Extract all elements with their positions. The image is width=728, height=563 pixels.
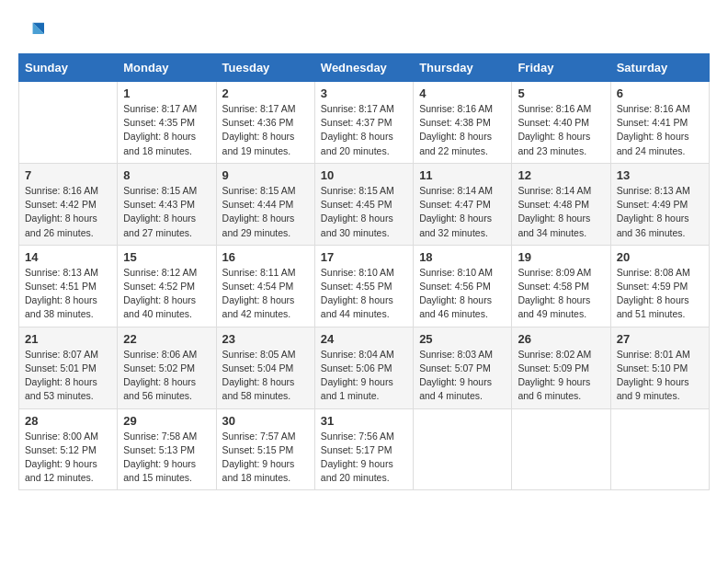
day-info: Sunrise: 8:08 AM Sunset: 4:59 PM Dayligh… [617, 266, 703, 322]
day-info: Sunrise: 8:13 AM Sunset: 4:49 PM Dayligh… [617, 184, 703, 240]
calendar-cell [414, 408, 512, 490]
day-info: Sunrise: 8:16 AM Sunset: 4:40 PM Dayligh… [518, 102, 604, 158]
calendar-cell: 20Sunrise: 8:08 AM Sunset: 4:59 PM Dayli… [610, 245, 709, 327]
day-number: 27 [617, 332, 703, 346]
week-row-4: 21Sunrise: 8:07 AM Sunset: 5:01 PM Dayli… [19, 327, 710, 408]
week-row-2: 7Sunrise: 8:16 AM Sunset: 4:42 PM Daylig… [19, 163, 710, 245]
header-day-wednesday: Wednesday [314, 54, 413, 82]
day-number: 22 [123, 332, 210, 346]
day-number: 9 [222, 168, 309, 182]
header-day-tuesday: Tuesday [216, 54, 314, 82]
calendar-cell: 6Sunrise: 8:16 AM Sunset: 4:41 PM Daylig… [610, 82, 709, 164]
day-info: Sunrise: 8:17 AM Sunset: 4:35 PM Dayligh… [123, 102, 210, 158]
calendar-cell: 23Sunrise: 8:05 AM Sunset: 5:04 PM Dayli… [216, 327, 314, 408]
day-info: Sunrise: 7:58 AM Sunset: 5:13 PM Dayligh… [123, 430, 210, 486]
calendar-cell [610, 408, 709, 490]
day-number: 30 [222, 414, 309, 428]
logo-icon [18, 18, 44, 44]
day-number: 28 [25, 414, 111, 428]
calendar-cell: 1Sunrise: 8:17 AM Sunset: 4:35 PM Daylig… [118, 82, 216, 164]
day-number: 20 [617, 250, 703, 264]
calendar-cell: 8Sunrise: 8:15 AM Sunset: 4:43 PM Daylig… [118, 163, 216, 245]
day-number: 18 [419, 250, 506, 264]
header-day-sunday: Sunday [19, 54, 118, 82]
day-number: 11 [419, 168, 506, 182]
day-info: Sunrise: 8:02 AM Sunset: 5:09 PM Dayligh… [518, 348, 604, 404]
calendar-cell: 14Sunrise: 8:13 AM Sunset: 4:51 PM Dayli… [19, 245, 118, 327]
calendar-cell: 28Sunrise: 8:00 AM Sunset: 5:12 PM Dayli… [19, 408, 118, 490]
header-day-monday: Monday [118, 54, 216, 82]
calendar-cell [512, 408, 610, 490]
page-header [18, 18, 710, 44]
calendar-cell [19, 82, 118, 164]
calendar-cell: 27Sunrise: 8:01 AM Sunset: 5:10 PM Dayli… [610, 327, 709, 408]
day-number: 26 [518, 332, 604, 346]
day-number: 2 [222, 86, 309, 100]
day-number: 6 [617, 86, 703, 100]
day-number: 25 [419, 332, 506, 346]
day-info: Sunrise: 8:14 AM Sunset: 4:48 PM Dayligh… [518, 184, 604, 240]
calendar-cell: 31Sunrise: 7:56 AM Sunset: 5:17 PM Dayli… [314, 408, 413, 490]
calendar-cell: 2Sunrise: 8:17 AM Sunset: 4:36 PM Daylig… [216, 82, 314, 164]
calendar-cell: 22Sunrise: 8:06 AM Sunset: 5:02 PM Dayli… [118, 327, 216, 408]
day-number: 1 [123, 86, 210, 100]
day-number: 23 [222, 332, 309, 346]
week-row-3: 14Sunrise: 8:13 AM Sunset: 4:51 PM Dayli… [19, 245, 710, 327]
calendar-cell: 30Sunrise: 7:57 AM Sunset: 5:15 PM Dayli… [216, 408, 314, 490]
day-number: 8 [123, 168, 210, 182]
day-number: 4 [419, 86, 506, 100]
calendar-cell: 13Sunrise: 8:13 AM Sunset: 4:49 PM Dayli… [610, 163, 709, 245]
calendar-cell: 11Sunrise: 8:14 AM Sunset: 4:47 PM Dayli… [414, 163, 512, 245]
calendar-cell: 16Sunrise: 8:11 AM Sunset: 4:54 PM Dayli… [216, 245, 314, 327]
day-info: Sunrise: 8:04 AM Sunset: 5:06 PM Dayligh… [321, 348, 407, 404]
day-info: Sunrise: 8:13 AM Sunset: 4:51 PM Dayligh… [25, 266, 111, 322]
day-info: Sunrise: 8:06 AM Sunset: 5:02 PM Dayligh… [123, 348, 210, 404]
day-info: Sunrise: 8:10 AM Sunset: 4:55 PM Dayligh… [321, 266, 407, 322]
calendar-header-row: SundayMondayTuesdayWednesdayThursdayFrid… [19, 54, 710, 82]
day-info: Sunrise: 8:15 AM Sunset: 4:45 PM Dayligh… [321, 184, 407, 240]
day-info: Sunrise: 8:16 AM Sunset: 4:41 PM Dayligh… [617, 102, 703, 158]
calendar-cell: 7Sunrise: 8:16 AM Sunset: 4:42 PM Daylig… [19, 163, 118, 245]
day-number: 29 [123, 414, 210, 428]
day-number: 10 [321, 168, 407, 182]
day-number: 3 [321, 86, 407, 100]
calendar-cell: 3Sunrise: 8:17 AM Sunset: 4:37 PM Daylig… [314, 82, 413, 164]
day-info: Sunrise: 8:14 AM Sunset: 4:47 PM Dayligh… [419, 184, 506, 240]
day-number: 24 [321, 332, 407, 346]
day-info: Sunrise: 8:15 AM Sunset: 4:43 PM Dayligh… [123, 184, 210, 240]
day-info: Sunrise: 8:16 AM Sunset: 4:42 PM Dayligh… [25, 184, 111, 240]
calendar-cell: 15Sunrise: 8:12 AM Sunset: 4:52 PM Dayli… [118, 245, 216, 327]
calendar-cell: 19Sunrise: 8:09 AM Sunset: 4:58 PM Dayli… [512, 245, 610, 327]
calendar-cell: 24Sunrise: 8:04 AM Sunset: 5:06 PM Dayli… [314, 327, 413, 408]
day-number: 15 [123, 250, 210, 264]
day-number: 16 [222, 250, 309, 264]
day-number: 7 [25, 168, 111, 182]
calendar-table: SundayMondayTuesdayWednesdayThursdayFrid… [18, 53, 710, 490]
day-number: 31 [321, 414, 407, 428]
day-info: Sunrise: 8:12 AM Sunset: 4:52 PM Dayligh… [123, 266, 210, 322]
logo [18, 18, 48, 44]
day-info: Sunrise: 7:56 AM Sunset: 5:17 PM Dayligh… [321, 430, 407, 486]
calendar-cell: 29Sunrise: 7:58 AM Sunset: 5:13 PM Dayli… [118, 408, 216, 490]
day-info: Sunrise: 8:07 AM Sunset: 5:01 PM Dayligh… [25, 348, 111, 404]
day-number: 14 [25, 250, 111, 264]
week-row-5: 28Sunrise: 8:00 AM Sunset: 5:12 PM Dayli… [19, 408, 710, 490]
calendar-cell: 26Sunrise: 8:02 AM Sunset: 5:09 PM Dayli… [512, 327, 610, 408]
calendar-cell: 12Sunrise: 8:14 AM Sunset: 4:48 PM Dayli… [512, 163, 610, 245]
day-info: Sunrise: 8:10 AM Sunset: 4:56 PM Dayligh… [419, 266, 506, 322]
day-info: Sunrise: 8:03 AM Sunset: 5:07 PM Dayligh… [419, 348, 506, 404]
calendar-cell: 25Sunrise: 8:03 AM Sunset: 5:07 PM Dayli… [414, 327, 512, 408]
header-day-friday: Friday [512, 54, 610, 82]
week-row-1: 1Sunrise: 8:17 AM Sunset: 4:35 PM Daylig… [19, 82, 710, 164]
day-info: Sunrise: 8:00 AM Sunset: 5:12 PM Dayligh… [25, 430, 111, 486]
day-number: 21 [25, 332, 111, 346]
day-number: 5 [518, 86, 604, 100]
day-info: Sunrise: 8:16 AM Sunset: 4:38 PM Dayligh… [419, 102, 506, 158]
day-info: Sunrise: 7:57 AM Sunset: 5:15 PM Dayligh… [222, 430, 309, 486]
day-info: Sunrise: 8:17 AM Sunset: 4:36 PM Dayligh… [222, 102, 309, 158]
calendar-cell: 18Sunrise: 8:10 AM Sunset: 4:56 PM Dayli… [414, 245, 512, 327]
day-info: Sunrise: 8:09 AM Sunset: 4:58 PM Dayligh… [518, 266, 604, 322]
day-number: 13 [617, 168, 703, 182]
day-number: 17 [321, 250, 407, 264]
calendar-cell: 4Sunrise: 8:16 AM Sunset: 4:38 PM Daylig… [414, 82, 512, 164]
